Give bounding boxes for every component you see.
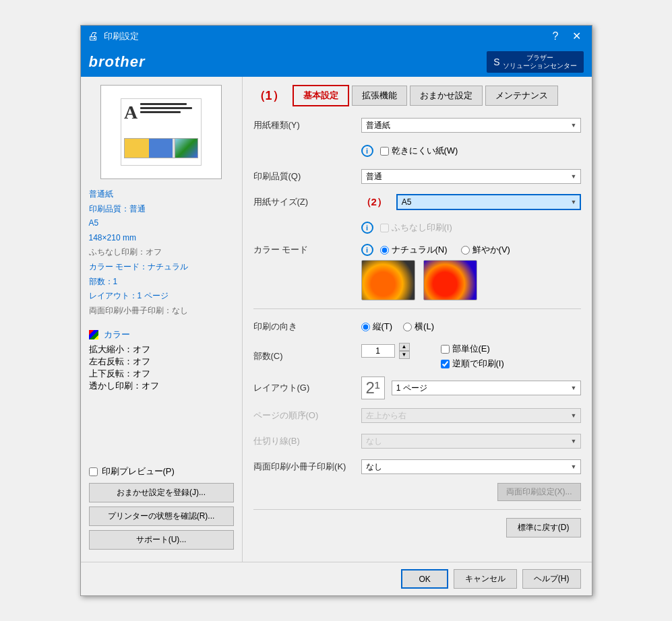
landscape-label: 横(L) (415, 321, 434, 333)
preview-inner: A (121, 98, 202, 166)
color-mode-info-icon: i (361, 244, 373, 256)
preview-a-letter: A (124, 102, 138, 123)
support-button[interactable]: サポート(U)... (89, 530, 234, 550)
natural-radio-label[interactable]: ナチュラル(N) (380, 244, 448, 256)
portrait-radio-label[interactable]: 縦(T) (361, 321, 393, 333)
slow-drying-label: 乾きにくい紙(W) (380, 145, 458, 157)
window-title: 印刷設定 (104, 30, 139, 42)
landscape-radio-label[interactable]: 横(L) (403, 321, 434, 333)
divider-line-select[interactable]: なし 実線 点線 (361, 434, 581, 449)
bottom-right: OK キャンセル ヘルプ(H) (401, 569, 580, 589)
print-quality-row: 印刷品質(Q) 普通 きれい はやい (253, 167, 581, 186)
print-preview-checkbox[interactable] (89, 467, 98, 476)
natural-preview (361, 260, 415, 300)
portrait-radio[interactable] (361, 323, 370, 331)
paper-type-select[interactable]: 普通紙 インクジェット紙 光沢紙 (361, 118, 581, 133)
copies-up-button[interactable]: ▲ (399, 343, 410, 351)
vivid-radio[interactable] (461, 246, 470, 255)
slow-drying-text: 乾きにくい紙(W) (392, 145, 458, 157)
printer-icon: 🖨 (88, 30, 98, 42)
borderless-control: i ふちなし印刷(I) (361, 222, 581, 234)
page-order-row: ページの順序(O) 左上から右 右上から左 (253, 406, 581, 425)
vivid-radio-text: 鮮やか(V) (472, 244, 510, 256)
duplex-row: 両面印刷/小冊子印刷(K) なし 長辺とじ 短辺とじ (253, 457, 581, 476)
print-quality-control: 普通 きれい はやい (361, 169, 581, 184)
tab-maintenance[interactable]: メンテナンス (485, 86, 558, 106)
duplex-select[interactable]: なし 長辺とじ 短辺とじ (361, 459, 581, 474)
summary-dimensions: 148×210 mm (89, 231, 234, 246)
color-section: カラー 拡大縮小：オフ 左右反転：オフ 上下反転：オフ 透かし印刷：オフ (89, 329, 234, 392)
duplex-settings-button[interactable]: 両面印刷設定(X)... (497, 483, 581, 501)
solutions-label: ブラザーソリューションセンター (503, 54, 577, 70)
copies-down-button[interactable]: ▼ (399, 351, 410, 359)
titlebar-controls: ? ✕ (549, 30, 585, 43)
divider-line-control: なし 実線 点線 (361, 434, 581, 449)
solutions-center-button[interactable]: S ブラザーソリューションセンター (487, 51, 583, 73)
layout-icon: 2¹ (361, 377, 385, 399)
preview-image (175, 138, 198, 158)
reverse-text: 逆順で印刷(I) (452, 358, 504, 370)
brother-logo: brother (89, 53, 146, 71)
cancel-button[interactable]: キャンセル (454, 569, 517, 589)
summary-borderless: ふちなし印刷：オフ (89, 245, 234, 260)
page-order-select[interactable]: 左上から右 右上から左 (361, 408, 581, 423)
paper-size-select[interactable]: A4 A5 B5 レター (396, 194, 581, 210)
layout-select[interactable]: 1 ページ 2 ページ 4 ページ (392, 381, 581, 395)
paper-type-control: 普通紙 インクジェット紙 光沢紙 (361, 118, 581, 133)
borderless-checkbox[interactable] (380, 224, 389, 232)
paper-size-control: （2） A4 A5 B5 レター (361, 194, 581, 210)
landscape-radio[interactable] (403, 323, 412, 331)
orientation-label: 印刷の向き (253, 321, 361, 333)
ok-button[interactable]: OK (401, 569, 448, 589)
watermark-info: 透かし印刷：オフ (89, 380, 234, 392)
summary-paper-type: 普通紙 (89, 187, 234, 202)
tab-kihon[interactable]: 基本設定 (293, 85, 349, 106)
summary-copies: 部数：1 (89, 275, 234, 290)
duplex-control: なし 長辺とじ 短辺とじ (361, 459, 581, 474)
main-content: A 普通紙 印刷品質：普通 A5 148×210 mm ふちなし印刷：オフ (81, 77, 592, 562)
paper-size-label: 用紙サイズ(Z) (253, 196, 361, 208)
layout-label: レイアウト(G) (253, 382, 361, 394)
slow-drying-row: i 乾きにくい紙(W) (253, 141, 581, 160)
print-quality-select[interactable]: 普通 きれい はやい (361, 169, 581, 184)
copies-label: 部数(C) (253, 350, 361, 362)
titlebar-left: 🖨 印刷設定 (88, 30, 139, 42)
copies-row: 部数(C) ▲ ▼ 部単位(E) (253, 343, 581, 370)
bottom-buttons: OK キャンセル ヘルプ(H) (81, 562, 592, 595)
left-bottom-controls: 印刷プレビュー(P) おまかせ設定を登録(J)... プリンターの状態を確認(R… (89, 465, 234, 554)
flip-lr-info: 左右反転：オフ (89, 356, 234, 368)
copies-spinner: ▲ ▼ (399, 343, 410, 359)
help-button-bottom[interactable]: ヘルプ(H) (522, 569, 581, 589)
borderless-text: ふちなし印刷(I) (392, 222, 452, 234)
print-preview-box: A (100, 85, 222, 179)
flip-ud-info: 上下反転：オフ (89, 368, 234, 380)
reset-row: 標準に戻す(D) (253, 518, 581, 537)
natural-radio-text: ナチュラル(N) (392, 244, 448, 256)
help-button[interactable]: ? (549, 30, 563, 43)
slow-drying-checkbox[interactable] (380, 147, 389, 156)
natural-radio[interactable] (380, 246, 389, 255)
copies-input[interactable] (361, 344, 395, 358)
slow-drying-control: i 乾きにくい紙(W) (361, 145, 581, 157)
collate-checkbox[interactable] (441, 345, 450, 354)
print-quality-label: 印刷品質(Q) (253, 170, 361, 183)
tab-omakase[interactable]: おまかせ設定 (410, 86, 483, 106)
copies-control: ▲ ▼ 部単位(E) 逆順で印刷(I) (361, 343, 581, 370)
duplex-label: 両面印刷/小冊子印刷(K) (253, 461, 361, 473)
register-settings-button[interactable]: おまかせ設定を登録(J)... (89, 483, 234, 502)
print-preview-label: 印刷プレビュー(P) (102, 465, 175, 478)
printer-status-button[interactable]: プリンターの状態を確認(R)... (89, 506, 234, 526)
tab-kakucho[interactable]: 拡張機能 (352, 86, 407, 106)
reverse-label: 逆順で印刷(I) (441, 358, 504, 370)
brother-bar: brother S ブラザーソリューションセンター (81, 47, 592, 77)
borderless-label: ふちなし印刷(I) (380, 222, 452, 234)
left-panel: A 普通紙 印刷品質：普通 A5 148×210 mm ふちなし印刷：オフ (81, 77, 243, 562)
close-button[interactable]: ✕ (568, 30, 585, 43)
vivid-radio-label[interactable]: 鮮やか(V) (461, 244, 510, 256)
color-link[interactable]: カラー (104, 329, 130, 341)
duplex-settings-row: 両面印刷設定(X)... (253, 483, 581, 501)
divider-line-row: 仕切り線(B) なし 実線 点線 (253, 432, 581, 451)
right-panel: （1） 基本設定 拡張機能 おまかせ設定 メンテナンス 用紙種類(Y) 普通紙 … (243, 77, 592, 562)
reset-button[interactable]: 標準に戻す(D) (506, 518, 581, 537)
reverse-checkbox[interactable] (441, 360, 450, 368)
